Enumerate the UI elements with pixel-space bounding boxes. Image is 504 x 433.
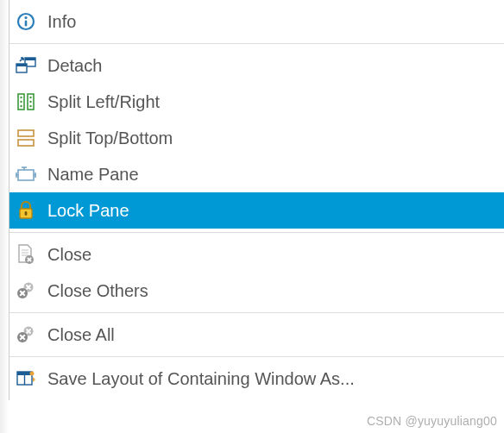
- context-menu: Info Detach: [9, 0, 504, 400]
- svg-rect-17: [18, 170, 34, 180]
- menu-item-label: Close Others: [47, 281, 148, 301]
- lock-icon: [15, 199, 37, 222]
- svg-point-12: [29, 97, 31, 98]
- menu-item-label: Split Top/Bottom: [47, 129, 173, 148]
- menu-item-detach[interactable]: Detach: [9, 47, 504, 84]
- menu-item-label: Lock Pane: [47, 201, 129, 221]
- window-edge: [0, 0, 9, 433]
- svg-point-9: [20, 97, 22, 98]
- menu-item-close[interactable]: Close: [9, 236, 504, 273]
- svg-point-14: [29, 105, 31, 107]
- close-all-icon: [15, 323, 37, 346]
- menu-item-split-top-bottom[interactable]: Split Top/Bottom: [9, 120, 504, 156]
- svg-point-13: [29, 101, 31, 103]
- svg-rect-2: [25, 21, 28, 27]
- svg-point-10: [20, 101, 22, 103]
- close-doc-icon: [15, 243, 37, 266]
- menu-item-label: Detach: [47, 56, 102, 76]
- name-pane-icon: [15, 163, 37, 185]
- menu-item-lock-pane[interactable]: Lock Pane: [9, 192, 504, 229]
- detach-icon: [15, 54, 37, 77]
- menu-item-close-others[interactable]: Close Others: [9, 273, 504, 309]
- svg-point-1: [24, 16, 27, 19]
- svg-rect-35: [17, 372, 32, 375]
- svg-rect-4: [25, 58, 35, 60]
- menu-item-close-all[interactable]: Close All: [9, 317, 504, 353]
- svg-rect-6: [16, 64, 27, 66]
- menu-item-label: Split Left/Right: [47, 92, 160, 112]
- split-tb-icon: [15, 127, 37, 149]
- info-icon: [15, 10, 37, 33]
- svg-point-11: [20, 105, 22, 107]
- close-others-icon: [15, 279, 37, 302]
- menu-item-info[interactable]: Info: [9, 3, 504, 40]
- svg-point-37: [30, 372, 35, 376]
- menu-item-split-left-right[interactable]: Split Left/Right: [9, 84, 504, 120]
- menu-item-label: Save Layout of Containing Window As...: [47, 369, 355, 389]
- menu-item-label: Close: [47, 245, 91, 265]
- menu-group: Close Close Others: [9, 233, 504, 313]
- menu-item-label: Info: [47, 12, 76, 32]
- menu-item-save-layout[interactable]: Save Layout of Containing Window As...: [9, 361, 504, 397]
- svg-rect-15: [18, 130, 34, 136]
- watermark: CSDN @yuyuyuliang00: [367, 414, 497, 428]
- save-layout-icon: [15, 367, 37, 390]
- menu-item-label: Name Pane: [47, 165, 139, 185]
- menu-group: Close All: [9, 313, 504, 357]
- menu-group: Info: [9, 0, 504, 44]
- menu-group: Save Layout of Containing Window As...: [9, 357, 504, 400]
- menu-item-name-pane[interactable]: Name Pane: [9, 156, 504, 192]
- svg-rect-16: [18, 140, 34, 146]
- svg-rect-25: [25, 211, 28, 216]
- split-lr-icon: [15, 91, 37, 113]
- menu-item-label: Close All: [47, 325, 115, 345]
- menu-group: Detach Split Left/Right: [9, 44, 504, 233]
